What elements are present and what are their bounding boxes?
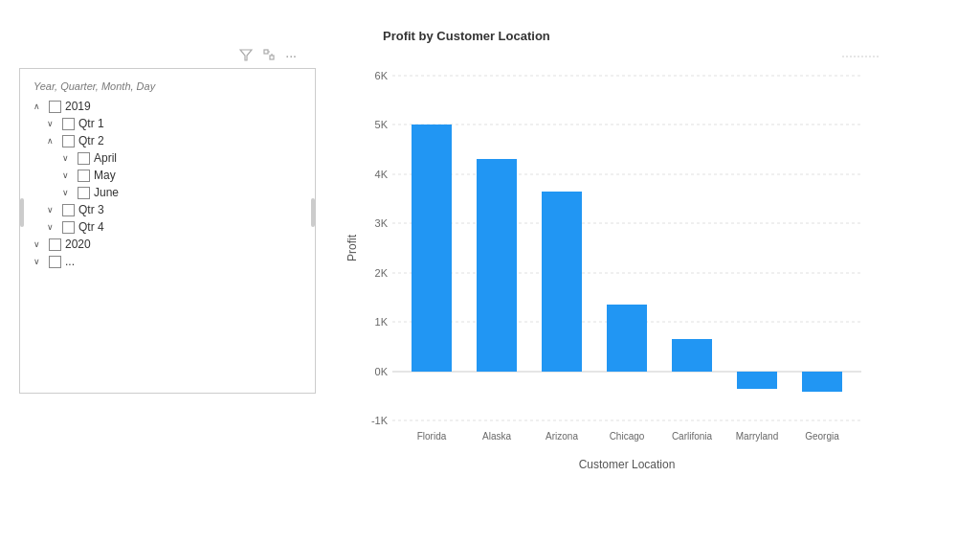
svg-text:Profit: Profit (345, 234, 359, 261)
bar-chart: 6K 5K 4K 3K 2K 1K 0K -1K Profit (345, 47, 880, 507)
checkbox-qtr2[interactable] (62, 135, 75, 147)
bar-chicago[interactable] (607, 305, 647, 372)
svg-text:Marryland: Marryland (736, 431, 778, 442)
bar-carlifonia[interactable] (672, 339, 712, 372)
checkbox-qtr4[interactable] (62, 221, 75, 234)
chevron-qtr2 (47, 136, 58, 146)
tree-item-qtr3[interactable]: Qtr 3 (20, 201, 315, 218)
label-more: ... (65, 255, 75, 268)
chevron-june (62, 188, 74, 197)
checkbox-june[interactable] (78, 187, 90, 199)
tree-item-more[interactable]: ... (20, 253, 315, 270)
filter-icon[interactable] (239, 48, 253, 64)
label-2019: 2019 (65, 100, 91, 113)
checkbox-april[interactable] (78, 152, 90, 165)
chevron-may (62, 170, 74, 180)
tree-item-2020[interactable]: 2020 (20, 236, 315, 253)
expand-icon[interactable] (262, 48, 276, 64)
checkbox-may[interactable] (78, 170, 90, 182)
more-icon[interactable]: ··· (285, 48, 297, 64)
svg-text:6K: 6K (375, 70, 389, 81)
svg-text:Customer Location: Customer Location (579, 458, 676, 471)
date-filter-panel: ··· Year, Quarter, Month, Day 2019 Qtr 1… (19, 48, 316, 412)
svg-text:Chicago: Chicago (610, 431, 645, 442)
bar-alaska[interactable] (477, 159, 517, 372)
label-qtr1: Qtr 1 (78, 117, 104, 130)
chevron-2019 (33, 102, 45, 111)
svg-text:2K: 2K (375, 267, 389, 279)
svg-text:4K: 4K (375, 169, 389, 180)
tree-item-april[interactable]: April (20, 149, 315, 167)
checkbox-2020[interactable] (49, 238, 61, 251)
tree-item-qtr2[interactable]: Qtr 2 (20, 132, 315, 149)
chevron-qtr3 (47, 205, 58, 215)
panel-toolbar: ··· (19, 48, 316, 64)
tree-item-2019[interactable]: 2019 (20, 98, 315, 115)
svg-text:Arizona: Arizona (546, 431, 578, 442)
chevron-2020 (33, 239, 45, 249)
chevron-qtr1 (47, 119, 58, 128)
svg-text:-1K: -1K (371, 415, 389, 426)
chart-container: 6K 5K 4K 3K 2K 1K 0K -1K Profit (345, 47, 880, 507)
svg-marker-0 (240, 50, 252, 60)
label-qtr4: Qtr 4 (78, 220, 104, 234)
svg-rect-2 (270, 56, 274, 59)
tree-item-qtr1[interactable]: Qtr 1 (20, 115, 315, 132)
svg-text:Carlifonia: Carlifonia (672, 431, 713, 442)
svg-text:Alaska: Alaska (482, 431, 511, 442)
checkbox-qtr3[interactable] (62, 204, 75, 216)
chart-panel: Profit by Customer Location (345, 19, 961, 507)
tree-item-may[interactable]: May (20, 167, 315, 184)
svg-text:5K: 5K (375, 119, 389, 130)
svg-rect-1 (264, 50, 268, 54)
chart-title: Profit by Customer Location (383, 29, 961, 43)
label-qtr3: Qtr 3 (78, 203, 104, 216)
chevron-qtr4 (47, 222, 58, 232)
svg-text:1K: 1K (375, 316, 389, 328)
label-june: June (94, 186, 119, 199)
label-2020: 2020 (65, 238, 91, 251)
tree-item-june[interactable]: June (20, 184, 315, 201)
bar-florida[interactable] (412, 125, 452, 372)
chevron-april (62, 153, 74, 163)
label-april: April (94, 151, 117, 165)
chevron-more (33, 257, 45, 266)
bar-arizona[interactable] (542, 192, 582, 372)
tree-header: Year, Quarter, Month, Day (20, 79, 315, 98)
label-may: May (94, 169, 116, 182)
svg-text:Georgia: Georgia (805, 431, 839, 442)
svg-text:3K: 3K (375, 217, 389, 229)
checkbox-qtr1[interactable] (62, 118, 75, 130)
checkbox-2019[interactable] (49, 101, 61, 113)
date-tree: Year, Quarter, Month, Day 2019 Qtr 1 Qtr… (19, 68, 316, 394)
bar-marryland[interactable] (737, 372, 777, 389)
tree-item-qtr4[interactable]: Qtr 4 (20, 218, 315, 236)
bar-georgia[interactable] (802, 372, 842, 392)
checkbox-more[interactable] (49, 256, 61, 268)
svg-text:0K: 0K (375, 366, 389, 377)
svg-text:Florida: Florida (417, 431, 447, 442)
label-qtr2: Qtr 2 (78, 134, 104, 147)
